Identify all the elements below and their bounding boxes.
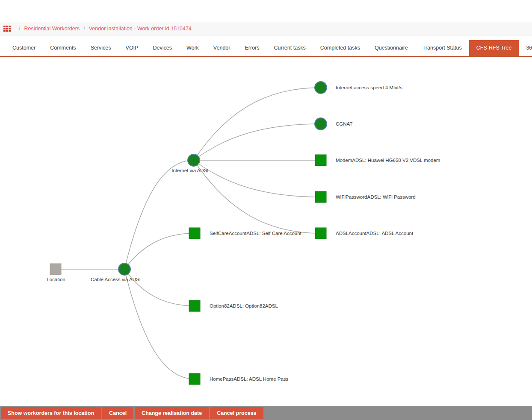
cancel-button[interactable]: Cancel [102, 407, 133, 419]
tab-voip[interactable]: VOIP [118, 40, 146, 56]
tree-node-cable-access-adsl[interactable] [118, 263, 130, 275]
breadcrumb: / Residential Workorders / Vendor instal… [0, 22, 532, 35]
tree-edge-internet-via-adsl-cgnat [194, 124, 321, 160]
tree-edge-cable-access-adsl-internet-via-adsl [124, 160, 194, 269]
tree-node-internet-via-adsl[interactable] [188, 154, 200, 166]
tree-node-option82[interactable] [189, 300, 200, 311]
apps-grid-icon[interactable] [3, 26, 11, 32]
cancel-process-button[interactable]: Cancel process [210, 407, 263, 419]
tree-node-label-cable-access-adsl: Cable Access via ADSL [91, 277, 142, 282]
tab-cfs-rfs-tree[interactable]: CFS-RFS Tree [469, 40, 519, 56]
tree-node-label-location: Location [47, 277, 65, 282]
tree-node-label-selfcare-account: SelfCareAccountADSL: Self Care Account [210, 231, 302, 236]
tree-node-internet-speed[interactable] [315, 82, 327, 94]
tree-node-label-internet-speed: Internet access speed 4 Mbit/s [336, 85, 402, 90]
tree-node-selfcare-account[interactable] [189, 228, 200, 239]
tree-edge-cable-access-adsl-selfcare-account [124, 233, 195, 269]
tree-node-adsl-account[interactable] [315, 228, 326, 239]
tree-node-label-adsl-account: ADSLAccountADSL: ADSL Account [336, 231, 414, 236]
tab-current-tasks[interactable]: Current tasks [267, 40, 313, 56]
tab-work[interactable]: Work [179, 40, 206, 56]
page-header: / Residential Workorders / Vendor instal… [0, 0, 532, 57]
tree-node-label-internet-via-adsl: Internet via ADSL [171, 168, 210, 173]
tree-node-label-modem: ModemADSL: Huawei HG658 V2 VDSL modem [336, 158, 440, 163]
tab-errors[interactable]: Errors [237, 40, 266, 56]
tree-node-label-option82: Option82ADSL: Option82ADSL [210, 303, 278, 308]
footer-action-bar: Show workorders for this locationCancelC… [0, 406, 532, 420]
tab-completed-tasks[interactable]: Completed tasks [313, 40, 367, 56]
tree-node-homepass[interactable] [189, 373, 200, 385]
breadcrumb-current-workorder[interactable]: Vendor installation - Work order id 1510… [89, 26, 192, 32]
tab-questionnaire[interactable]: Questionnaire [367, 40, 415, 56]
breadcrumb-link-residential-workorders[interactable]: Residential Workorders [24, 26, 80, 32]
tree-node-cgnat[interactable] [315, 118, 327, 130]
tree-edge-cable-access-adsl-homepass [124, 269, 195, 379]
show-workorders-for-this-location-button[interactable]: Show workorders for this location [1, 407, 101, 419]
tab-transport-status[interactable]: Transport Status [415, 40, 469, 56]
breadcrumb-separator: / [83, 26, 85, 32]
tab-customer[interactable]: Customer [5, 40, 43, 56]
tree-node-label-cgnat: CGNAT [336, 121, 352, 126]
tree-edge-internet-via-adsl-internet-speed [194, 88, 321, 160]
tab-comments[interactable]: Comments [43, 40, 83, 56]
tree-node-label-homepass: HomePassADSL: ADSL Home Pass [210, 376, 289, 382]
cfs-rfs-tree-diagram: LocationCable Access via ADSLInternet vi… [0, 0, 532, 420]
change-realisation-date-button[interactable]: Change realisation date [135, 407, 209, 419]
breadcrumb-separator: / [19, 26, 20, 32]
tab-underline [0, 56, 532, 57]
tab-360-view[interactable]: 360 View [519, 40, 532, 56]
tree-edge-cable-access-adsl-option82 [124, 269, 195, 306]
tab-bar: CustomerCommentsServicesVOIPDevicesWorkV… [0, 40, 532, 56]
tab-devices[interactable]: Devices [145, 40, 179, 56]
tab-vendor[interactable]: Vendor [206, 40, 238, 56]
tree-node-location[interactable] [50, 264, 61, 275]
tab-services[interactable]: Services [83, 40, 118, 56]
tree-node-wifi-password[interactable] [315, 191, 326, 203]
tree-node-modem[interactable] [315, 155, 326, 166]
tree-edge-internet-via-adsl-wifi-password [194, 160, 321, 197]
tree-node-label-wifi-password: WiFiPasswordADSL: WiFi Password [336, 194, 416, 200]
